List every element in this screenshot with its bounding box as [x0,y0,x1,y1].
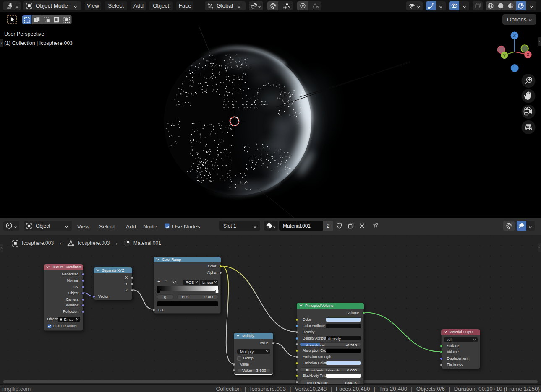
svg-text:X: X [526,52,529,57]
svg-text:Y: Y [503,53,506,58]
svg-text:Z: Z [513,33,516,38]
